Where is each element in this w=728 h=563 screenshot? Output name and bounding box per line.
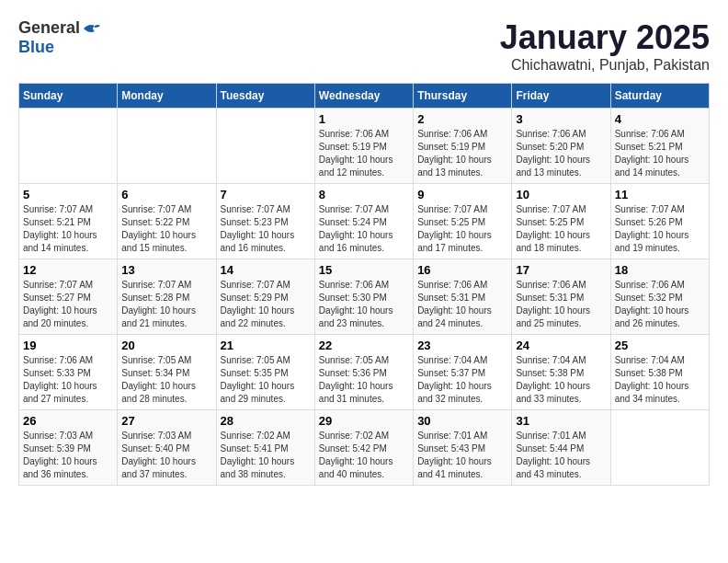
calendar-cell bbox=[610, 410, 709, 486]
calendar-cell: 29Sunrise: 7:02 AM Sunset: 5:42 PM Dayli… bbox=[314, 410, 413, 486]
day-number: 16 bbox=[417, 263, 507, 277]
day-info: Sunrise: 7:04 AM Sunset: 5:38 PM Dayligh… bbox=[615, 354, 705, 406]
day-number: 30 bbox=[417, 414, 507, 428]
day-number: 19 bbox=[23, 339, 113, 352]
header-saturday: Saturday bbox=[610, 84, 709, 109]
day-info: Sunrise: 7:01 AM Sunset: 5:43 PM Dayligh… bbox=[417, 430, 507, 481]
month-title: January 2025 bbox=[500, 18, 710, 57]
calendar-cell: 23Sunrise: 7:04 AM Sunset: 5:37 PM Dayli… bbox=[414, 335, 512, 410]
day-info: Sunrise: 7:01 AM Sunset: 5:44 PM Dayligh… bbox=[516, 430, 606, 481]
day-number: 5 bbox=[23, 188, 113, 201]
day-number: 2 bbox=[417, 112, 507, 126]
day-number: 17 bbox=[516, 263, 606, 277]
calendar-table: SundayMondayTuesdayWednesdayThursdayFrid… bbox=[18, 83, 710, 486]
day-info: Sunrise: 7:04 AM Sunset: 5:38 PM Dayligh… bbox=[516, 354, 606, 406]
calendar-cell: 24Sunrise: 7:04 AM Sunset: 5:38 PM Dayli… bbox=[512, 335, 610, 410]
day-number: 29 bbox=[319, 414, 409, 428]
page-header: General Blue January 2025 Chichawatni, P… bbox=[18, 18, 710, 74]
day-number: 11 bbox=[615, 188, 705, 201]
calendar-cell: 27Sunrise: 7:03 AM Sunset: 5:40 PM Dayli… bbox=[118, 410, 216, 486]
calendar-cell: 11Sunrise: 7:07 AM Sunset: 5:26 PM Dayli… bbox=[610, 184, 709, 259]
calendar-cell: 25Sunrise: 7:04 AM Sunset: 5:38 PM Dayli… bbox=[610, 335, 709, 410]
calendar-cell bbox=[19, 109, 118, 184]
day-number: 24 bbox=[516, 339, 606, 352]
day-number: 28 bbox=[221, 414, 311, 428]
day-number: 12 bbox=[23, 263, 113, 277]
day-info: Sunrise: 7:07 AM Sunset: 5:23 PM Dayligh… bbox=[221, 203, 311, 255]
day-info: Sunrise: 7:06 AM Sunset: 5:19 PM Dayligh… bbox=[319, 128, 409, 179]
day-info: Sunrise: 7:06 AM Sunset: 5:19 PM Dayligh… bbox=[417, 128, 507, 179]
day-info: Sunrise: 7:07 AM Sunset: 5:25 PM Dayligh… bbox=[516, 203, 606, 255]
logo-bird-icon bbox=[82, 21, 100, 36]
day-number: 8 bbox=[319, 188, 409, 201]
day-info: Sunrise: 7:07 AM Sunset: 5:24 PM Dayligh… bbox=[319, 203, 409, 255]
day-number: 21 bbox=[221, 339, 311, 352]
day-info: Sunrise: 7:03 AM Sunset: 5:40 PM Dayligh… bbox=[121, 430, 211, 481]
day-number: 26 bbox=[23, 414, 113, 428]
day-number: 10 bbox=[516, 188, 606, 201]
calendar-cell: 31Sunrise: 7:01 AM Sunset: 5:44 PM Dayli… bbox=[512, 410, 610, 486]
day-number: 7 bbox=[221, 188, 311, 201]
day-info: Sunrise: 7:06 AM Sunset: 5:30 PM Dayligh… bbox=[319, 279, 409, 330]
calendar-cell: 5Sunrise: 7:07 AM Sunset: 5:21 PM Daylig… bbox=[19, 184, 118, 259]
day-info: Sunrise: 7:02 AM Sunset: 5:42 PM Dayligh… bbox=[319, 430, 409, 481]
week-row-1: 1Sunrise: 7:06 AM Sunset: 5:19 PM Daylig… bbox=[19, 109, 710, 184]
day-info: Sunrise: 7:06 AM Sunset: 5:21 PM Dayligh… bbox=[615, 128, 705, 179]
day-info: Sunrise: 7:05 AM Sunset: 5:34 PM Dayligh… bbox=[121, 354, 211, 406]
day-number: 20 bbox=[121, 339, 211, 352]
header-sunday: Sunday bbox=[19, 84, 118, 109]
calendar-cell: 20Sunrise: 7:05 AM Sunset: 5:34 PM Dayli… bbox=[118, 335, 216, 410]
day-number: 3 bbox=[516, 112, 606, 126]
calendar-cell: 13Sunrise: 7:07 AM Sunset: 5:28 PM Dayli… bbox=[118, 259, 216, 335]
calendar-cell: 6Sunrise: 7:07 AM Sunset: 5:22 PM Daylig… bbox=[118, 184, 216, 259]
day-number: 22 bbox=[319, 339, 409, 352]
day-number: 6 bbox=[121, 188, 211, 201]
header-thursday: Thursday bbox=[414, 84, 512, 109]
day-info: Sunrise: 7:06 AM Sunset: 5:20 PM Dayligh… bbox=[516, 128, 606, 179]
calendar-cell: 14Sunrise: 7:07 AM Sunset: 5:29 PM Dayli… bbox=[216, 259, 314, 335]
calendar-cell: 3Sunrise: 7:06 AM Sunset: 5:20 PM Daylig… bbox=[512, 109, 610, 184]
calendar-cell: 16Sunrise: 7:06 AM Sunset: 5:31 PM Dayli… bbox=[414, 259, 512, 335]
calendar-cell: 30Sunrise: 7:01 AM Sunset: 5:43 PM Dayli… bbox=[414, 410, 512, 486]
day-number: 4 bbox=[615, 112, 705, 126]
header-tuesday: Tuesday bbox=[216, 84, 314, 109]
calendar-cell: 22Sunrise: 7:05 AM Sunset: 5:36 PM Dayli… bbox=[314, 335, 413, 410]
header-row: SundayMondayTuesdayWednesdayThursdayFrid… bbox=[19, 84, 710, 109]
day-number: 18 bbox=[615, 263, 705, 277]
calendar-cell bbox=[216, 109, 314, 184]
day-info: Sunrise: 7:07 AM Sunset: 5:25 PM Dayligh… bbox=[417, 203, 507, 255]
logo-general-text: General bbox=[18, 18, 80, 38]
day-info: Sunrise: 7:03 AM Sunset: 5:39 PM Dayligh… bbox=[23, 430, 113, 481]
calendar-cell: 1Sunrise: 7:06 AM Sunset: 5:19 PM Daylig… bbox=[314, 109, 413, 184]
day-number: 25 bbox=[615, 339, 705, 352]
day-info: Sunrise: 7:04 AM Sunset: 5:37 PM Dayligh… bbox=[417, 354, 507, 406]
week-row-5: 26Sunrise: 7:03 AM Sunset: 5:39 PM Dayli… bbox=[19, 410, 710, 486]
day-number: 15 bbox=[319, 263, 409, 277]
calendar-cell: 21Sunrise: 7:05 AM Sunset: 5:35 PM Dayli… bbox=[216, 335, 314, 410]
calendar-cell: 17Sunrise: 7:06 AM Sunset: 5:31 PM Dayli… bbox=[512, 259, 610, 335]
day-number: 13 bbox=[121, 263, 211, 277]
day-info: Sunrise: 7:07 AM Sunset: 5:27 PM Dayligh… bbox=[23, 279, 113, 330]
day-info: Sunrise: 7:07 AM Sunset: 5:22 PM Dayligh… bbox=[121, 203, 211, 255]
day-info: Sunrise: 7:06 AM Sunset: 5:33 PM Dayligh… bbox=[23, 354, 113, 406]
calendar-cell: 9Sunrise: 7:07 AM Sunset: 5:25 PM Daylig… bbox=[414, 184, 512, 259]
day-info: Sunrise: 7:05 AM Sunset: 5:35 PM Dayligh… bbox=[221, 354, 311, 406]
day-info: Sunrise: 7:02 AM Sunset: 5:41 PM Dayligh… bbox=[221, 430, 311, 481]
calendar-cell: 28Sunrise: 7:02 AM Sunset: 5:41 PM Dayli… bbox=[216, 410, 314, 486]
header-monday: Monday bbox=[118, 84, 216, 109]
calendar-cell: 26Sunrise: 7:03 AM Sunset: 5:39 PM Dayli… bbox=[19, 410, 118, 486]
day-info: Sunrise: 7:07 AM Sunset: 5:28 PM Dayligh… bbox=[121, 279, 211, 330]
day-number: 23 bbox=[417, 339, 507, 352]
calendar-cell bbox=[118, 109, 216, 184]
logo-blue-text: Blue bbox=[18, 38, 54, 56]
week-row-3: 12Sunrise: 7:07 AM Sunset: 5:27 PM Dayli… bbox=[19, 259, 710, 335]
logo: General Blue bbox=[18, 18, 100, 57]
week-row-2: 5Sunrise: 7:07 AM Sunset: 5:21 PM Daylig… bbox=[19, 184, 710, 259]
day-number: 9 bbox=[417, 188, 507, 201]
calendar-cell: 18Sunrise: 7:06 AM Sunset: 5:32 PM Dayli… bbox=[610, 259, 709, 335]
title-section: January 2025 Chichawatni, Punjab, Pakist… bbox=[500, 18, 710, 74]
day-number: 14 bbox=[221, 263, 311, 277]
week-row-4: 19Sunrise: 7:06 AM Sunset: 5:33 PM Dayli… bbox=[19, 335, 710, 410]
day-info: Sunrise: 7:07 AM Sunset: 5:29 PM Dayligh… bbox=[221, 279, 311, 330]
calendar-cell: 2Sunrise: 7:06 AM Sunset: 5:19 PM Daylig… bbox=[414, 109, 512, 184]
